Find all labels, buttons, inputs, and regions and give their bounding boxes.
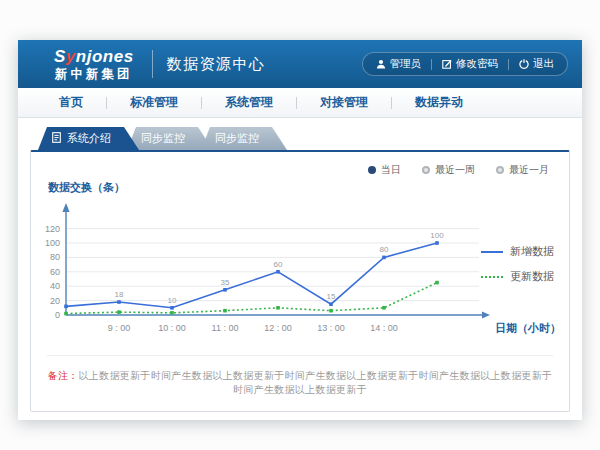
nav-item-interface-mgmt[interactable]: 对接管理: [297, 94, 391, 111]
document-icon: [52, 132, 61, 145]
data-point: [117, 310, 121, 314]
data-point: [382, 256, 386, 260]
tab-sync-monitor-2[interactable]: 同步监控: [201, 127, 287, 150]
x-tick-label: 13 : 00: [317, 323, 345, 333]
toolbar-divider: [431, 59, 432, 70]
legend-item-new-data[interactable]: 新增数据: [481, 244, 554, 259]
app-header: Synjones 新中新集团 数据资源中心 管理员 修改密码: [18, 40, 582, 88]
data-point-label: 15: [327, 292, 336, 301]
header-divider: [152, 50, 153, 78]
y-tick-label: 120: [45, 224, 60, 234]
data-point: [329, 302, 333, 306]
time-range-filter: 当日 最近一周 最近一月: [368, 163, 549, 177]
note-text: 以上数据更新于时间产生数据以上数据更新于时间产生数据以上数据更新于时间产生数据以…: [79, 370, 553, 395]
y-tick-label: 0: [55, 310, 60, 320]
data-point-label: 35: [221, 278, 230, 287]
data-point: [170, 306, 174, 310]
edit-icon: [442, 59, 452, 69]
legend-item-update-data[interactable]: 更新数据: [481, 269, 554, 284]
change-password-label: 修改密码: [456, 57, 498, 71]
radio-unselected-icon: [422, 166, 430, 174]
radio-today[interactable]: 当日: [368, 163, 401, 177]
change-password-button[interactable]: 修改密码: [442, 57, 498, 71]
logout-button[interactable]: 退出: [519, 57, 554, 71]
y-tick-label: 40: [50, 281, 60, 291]
tab-label: 系统介绍: [67, 131, 111, 146]
data-point-label: 10: [168, 296, 177, 305]
data-point: [435, 281, 439, 285]
y-axis-arrow-icon: [62, 203, 69, 212]
data-point-label: 100: [430, 231, 444, 240]
tab-label: 同步监控: [141, 131, 185, 146]
data-point: [64, 312, 68, 316]
radio-selected-icon: [368, 166, 376, 174]
app-title: 数据资源中心: [167, 55, 266, 74]
page-body: 系统介绍 同步监控 同步监控 当日 最近一周: [18, 118, 582, 412]
chart-legend: 新增数据 更新数据: [481, 244, 554, 294]
x-tick-label: 9 : 00: [108, 323, 131, 333]
y-tick-label: 80: [50, 252, 60, 262]
y-axis-title: 数据交换（条）: [48, 180, 569, 195]
x-tick-label: 12 : 00: [264, 323, 292, 333]
note-label: 备注：: [48, 370, 79, 381]
y-tick-label: 20: [50, 296, 60, 306]
chart-panel: 当日 最近一周 最近一月 数据交换（条） 0204060801001209 : …: [30, 150, 570, 412]
data-point-label: 80: [380, 245, 389, 254]
footer-note: 备注：以上数据更新于时间产生数据以上数据更新于时间产生数据以上数据更新于时间产生…: [47, 355, 553, 397]
data-point: [382, 306, 386, 310]
x-tick-label: 11 : 00: [212, 323, 239, 333]
tab-system-intro[interactable]: 系统介绍: [38, 127, 139, 150]
current-user-button[interactable]: 管理员: [376, 57, 422, 71]
y-tick-label: 60: [50, 267, 60, 277]
tab-sync-monitor-1[interactable]: 同步监控: [127, 127, 213, 150]
main-navbar: 首页 标准管理 系统管理 对接管理 数据异动: [18, 88, 582, 118]
logo-accent-letter: y: [66, 47, 76, 66]
data-point: [223, 309, 227, 313]
user-icon: [376, 59, 386, 69]
legend-line-swatch: [481, 276, 503, 278]
nav-item-standard-mgmt[interactable]: 标准管理: [107, 94, 201, 111]
data-point: [276, 306, 280, 310]
data-point-label: 60: [274, 260, 283, 269]
data-point-label: 18: [115, 290, 124, 299]
toolbar-divider: [508, 59, 509, 70]
user-name: 管理员: [390, 57, 422, 71]
data-point: [276, 270, 280, 274]
logo-english: Synjones: [54, 47, 134, 67]
power-icon: [519, 59, 529, 69]
radio-label: 最近一月: [509, 163, 549, 177]
user-toolbar: 管理员 修改密码 退出: [362, 52, 569, 76]
tab-bar: 系统介绍 同步监控 同步监控: [38, 127, 570, 150]
data-point: [223, 288, 227, 292]
radio-unselected-icon: [496, 166, 504, 174]
logout-label: 退出: [533, 57, 554, 71]
desktop-background: Synjones 新中新集团 数据资源中心 管理员 修改密码: [0, 0, 600, 450]
legend-label: 更新数据: [510, 269, 554, 284]
radio-last-week[interactable]: 最近一周: [422, 163, 475, 177]
data-point: [329, 309, 333, 313]
radio-last-month[interactable]: 最近一月: [496, 163, 549, 177]
radio-label: 当日: [381, 163, 401, 177]
data-point: [435, 241, 439, 245]
legend-line-swatch: [481, 251, 503, 253]
company-logo: Synjones 新中新集团: [54, 47, 134, 81]
nav-item-data-change[interactable]: 数据异动: [392, 94, 486, 111]
x-tick-label: 10 : 00: [158, 323, 186, 333]
line-chart: 0204060801001209 : 0010 : 0011 : 0012 : …: [36, 197, 556, 347]
nav-item-home[interactable]: 首页: [36, 94, 106, 111]
x-tick-label: 14 : 00: [370, 323, 398, 333]
x-axis-arrow-icon: [482, 311, 490, 318]
data-point: [170, 311, 174, 315]
x-axis-title: 日期（小时）: [495, 322, 556, 335]
data-point: [117, 300, 121, 304]
radio-label: 最近一周: [435, 163, 475, 177]
data-point: [64, 305, 68, 309]
app-window: Synjones 新中新集团 数据资源中心 管理员 修改密码: [18, 40, 582, 420]
legend-label: 新增数据: [510, 244, 554, 259]
tab-label: 同步监控: [215, 131, 259, 146]
nav-item-system-mgmt[interactable]: 系统管理: [202, 94, 296, 111]
logo-chinese: 新中新集团: [54, 67, 134, 81]
y-tick-label: 100: [45, 238, 60, 248]
